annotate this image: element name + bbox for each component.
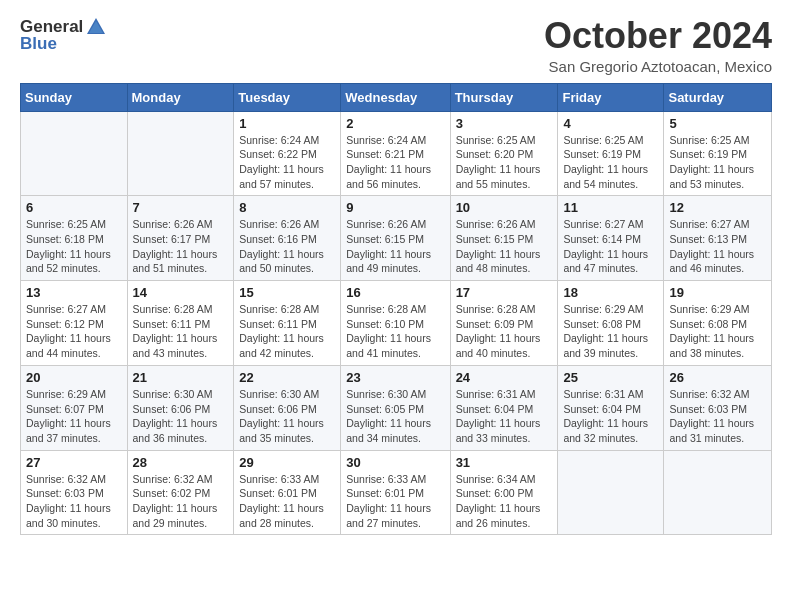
calendar-header-thursday: Thursday [450,83,558,111]
day-number: 4 [563,116,658,131]
day-info: Sunrise: 6:30 AM Sunset: 6:06 PM Dayligh… [133,387,229,446]
calendar-cell: 23Sunrise: 6:30 AM Sunset: 6:05 PM Dayli… [341,365,450,450]
day-info: Sunrise: 6:34 AM Sunset: 6:00 PM Dayligh… [456,472,553,531]
calendar-cell: 24Sunrise: 6:31 AM Sunset: 6:04 PM Dayli… [450,365,558,450]
calendar-cell: 4Sunrise: 6:25 AM Sunset: 6:19 PM Daylig… [558,111,664,196]
day-info: Sunrise: 6:24 AM Sunset: 6:22 PM Dayligh… [239,133,335,192]
day-info: Sunrise: 6:32 AM Sunset: 6:03 PM Dayligh… [669,387,766,446]
day-info: Sunrise: 6:31 AM Sunset: 6:04 PM Dayligh… [456,387,553,446]
day-number: 30 [346,455,444,470]
calendar-cell: 13Sunrise: 6:27 AM Sunset: 6:12 PM Dayli… [21,281,128,366]
calendar-cell [127,111,234,196]
day-number: 20 [26,370,122,385]
day-number: 28 [133,455,229,470]
day-number: 9 [346,200,444,215]
day-number: 19 [669,285,766,300]
day-info: Sunrise: 6:25 AM Sunset: 6:19 PM Dayligh… [563,133,658,192]
calendar-cell [21,111,128,196]
day-number: 8 [239,200,335,215]
day-info: Sunrise: 6:30 AM Sunset: 6:06 PM Dayligh… [239,387,335,446]
day-info: Sunrise: 6:27 AM Sunset: 6:14 PM Dayligh… [563,217,658,276]
day-info: Sunrise: 6:28 AM Sunset: 6:09 PM Dayligh… [456,302,553,361]
day-number: 3 [456,116,553,131]
day-number: 10 [456,200,553,215]
calendar-header-tuesday: Tuesday [234,83,341,111]
calendar-header-wednesday: Wednesday [341,83,450,111]
day-number: 16 [346,285,444,300]
calendar-cell: 31Sunrise: 6:34 AM Sunset: 6:00 PM Dayli… [450,450,558,535]
calendar-cell: 10Sunrise: 6:26 AM Sunset: 6:15 PM Dayli… [450,196,558,281]
calendar-cell: 14Sunrise: 6:28 AM Sunset: 6:11 PM Dayli… [127,281,234,366]
calendar-cell: 26Sunrise: 6:32 AM Sunset: 6:03 PM Dayli… [664,365,772,450]
calendar-cell: 11Sunrise: 6:27 AM Sunset: 6:14 PM Dayli… [558,196,664,281]
location-title: San Gregorio Aztotoacan, Mexico [544,58,772,75]
day-number: 12 [669,200,766,215]
calendar-cell: 28Sunrise: 6:32 AM Sunset: 6:02 PM Dayli… [127,450,234,535]
page: General Blue October 2024 San Gregorio A… [0,0,792,555]
calendar-header-row: SundayMondayTuesdayWednesdayThursdayFrid… [21,83,772,111]
calendar-cell: 3Sunrise: 6:25 AM Sunset: 6:20 PM Daylig… [450,111,558,196]
day-number: 29 [239,455,335,470]
logo: General Blue [20,16,107,54]
calendar-cell: 15Sunrise: 6:28 AM Sunset: 6:11 PM Dayli… [234,281,341,366]
calendar-week-row: 27Sunrise: 6:32 AM Sunset: 6:03 PM Dayli… [21,450,772,535]
header: General Blue October 2024 San Gregorio A… [20,16,772,75]
day-number: 14 [133,285,229,300]
calendar-cell: 16Sunrise: 6:28 AM Sunset: 6:10 PM Dayli… [341,281,450,366]
day-number: 25 [563,370,658,385]
day-info: Sunrise: 6:29 AM Sunset: 6:08 PM Dayligh… [669,302,766,361]
calendar-cell: 17Sunrise: 6:28 AM Sunset: 6:09 PM Dayli… [450,281,558,366]
calendar-header-sunday: Sunday [21,83,128,111]
day-info: Sunrise: 6:27 AM Sunset: 6:13 PM Dayligh… [669,217,766,276]
day-info: Sunrise: 6:25 AM Sunset: 6:18 PM Dayligh… [26,217,122,276]
day-info: Sunrise: 6:27 AM Sunset: 6:12 PM Dayligh… [26,302,122,361]
day-number: 2 [346,116,444,131]
calendar-cell [558,450,664,535]
month-title: October 2024 [544,16,772,56]
calendar-cell: 29Sunrise: 6:33 AM Sunset: 6:01 PM Dayli… [234,450,341,535]
calendar-header-saturday: Saturday [664,83,772,111]
calendar-cell: 9Sunrise: 6:26 AM Sunset: 6:15 PM Daylig… [341,196,450,281]
day-number: 6 [26,200,122,215]
day-info: Sunrise: 6:29 AM Sunset: 6:08 PM Dayligh… [563,302,658,361]
calendar-cell: 30Sunrise: 6:33 AM Sunset: 6:01 PM Dayli… [341,450,450,535]
day-info: Sunrise: 6:25 AM Sunset: 6:20 PM Dayligh… [456,133,553,192]
day-number: 11 [563,200,658,215]
day-info: Sunrise: 6:24 AM Sunset: 6:21 PM Dayligh… [346,133,444,192]
calendar-cell: 19Sunrise: 6:29 AM Sunset: 6:08 PM Dayli… [664,281,772,366]
calendar-week-row: 6Sunrise: 6:25 AM Sunset: 6:18 PM Daylig… [21,196,772,281]
day-info: Sunrise: 6:28 AM Sunset: 6:11 PM Dayligh… [133,302,229,361]
day-number: 1 [239,116,335,131]
calendar-week-row: 20Sunrise: 6:29 AM Sunset: 6:07 PM Dayli… [21,365,772,450]
calendar-cell: 1Sunrise: 6:24 AM Sunset: 6:22 PM Daylig… [234,111,341,196]
calendar-table: SundayMondayTuesdayWednesdayThursdayFrid… [20,83,772,536]
day-number: 5 [669,116,766,131]
day-info: Sunrise: 6:25 AM Sunset: 6:19 PM Dayligh… [669,133,766,192]
day-number: 13 [26,285,122,300]
day-info: Sunrise: 6:32 AM Sunset: 6:03 PM Dayligh… [26,472,122,531]
day-info: Sunrise: 6:26 AM Sunset: 6:15 PM Dayligh… [346,217,444,276]
day-info: Sunrise: 6:28 AM Sunset: 6:10 PM Dayligh… [346,302,444,361]
calendar-cell: 27Sunrise: 6:32 AM Sunset: 6:03 PM Dayli… [21,450,128,535]
day-number: 7 [133,200,229,215]
day-info: Sunrise: 6:26 AM Sunset: 6:16 PM Dayligh… [239,217,335,276]
calendar-cell: 12Sunrise: 6:27 AM Sunset: 6:13 PM Dayli… [664,196,772,281]
logo-icon [85,16,107,38]
day-info: Sunrise: 6:29 AM Sunset: 6:07 PM Dayligh… [26,387,122,446]
day-number: 18 [563,285,658,300]
day-info: Sunrise: 6:32 AM Sunset: 6:02 PM Dayligh… [133,472,229,531]
calendar-cell: 8Sunrise: 6:26 AM Sunset: 6:16 PM Daylig… [234,196,341,281]
day-number: 26 [669,370,766,385]
calendar-cell: 6Sunrise: 6:25 AM Sunset: 6:18 PM Daylig… [21,196,128,281]
day-info: Sunrise: 6:31 AM Sunset: 6:04 PM Dayligh… [563,387,658,446]
calendar-cell: 25Sunrise: 6:31 AM Sunset: 6:04 PM Dayli… [558,365,664,450]
day-number: 23 [346,370,444,385]
calendar-week-row: 13Sunrise: 6:27 AM Sunset: 6:12 PM Dayli… [21,281,772,366]
calendar-week-row: 1Sunrise: 6:24 AM Sunset: 6:22 PM Daylig… [21,111,772,196]
day-number: 21 [133,370,229,385]
day-number: 31 [456,455,553,470]
calendar-header-monday: Monday [127,83,234,111]
logo-blue: Blue [20,34,57,54]
title-area: October 2024 San Gregorio Aztotoacan, Me… [544,16,772,75]
calendar-cell: 20Sunrise: 6:29 AM Sunset: 6:07 PM Dayli… [21,365,128,450]
